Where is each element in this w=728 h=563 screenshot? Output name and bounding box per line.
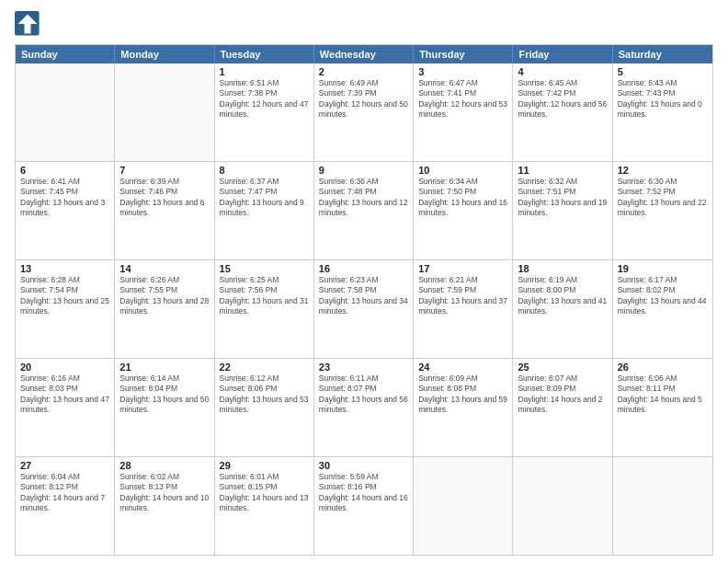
calendar-day-13: 13Sunrise: 6:28 AM Sunset: 7:54 PM Dayli…: [16, 260, 115, 358]
day-number: 17: [418, 263, 507, 274]
day-number: 9: [319, 165, 408, 176]
calendar-day-25: 25Sunrise: 6:07 AM Sunset: 8:09 PM Dayli…: [513, 359, 612, 456]
calendar-day-22: 22Sunrise: 6:12 AM Sunset: 8:06 PM Dayli…: [215, 359, 314, 456]
day-info: Sunrise: 6:04 AM Sunset: 8:12 PM Dayligh…: [20, 472, 109, 514]
calendar-empty-cell: [115, 63, 214, 161]
calendar-day-12: 12Sunrise: 6:30 AM Sunset: 7:52 PM Dayli…: [613, 162, 712, 259]
day-info: Sunrise: 6:25 AM Sunset: 7:56 PM Dayligh…: [220, 275, 309, 317]
day-number: 20: [20, 362, 109, 373]
day-info: Sunrise: 6:45 AM Sunset: 7:42 PM Dayligh…: [518, 78, 607, 121]
day-number: 23: [319, 362, 408, 373]
calendar-day-20: 20Sunrise: 6:16 AM Sunset: 8:03 PM Dayli…: [16, 359, 115, 456]
day-info: Sunrise: 6:21 AM Sunset: 7:59 PM Dayligh…: [418, 275, 507, 317]
calendar-day-11: 11Sunrise: 6:32 AM Sunset: 7:51 PM Dayli…: [513, 162, 612, 259]
day-info: Sunrise: 6:02 AM Sunset: 8:13 PM Dayligh…: [119, 472, 209, 514]
calendar-day-23: 23Sunrise: 6:11 AM Sunset: 8:07 PM Dayli…: [314, 359, 414, 456]
calendar-body: 1Sunrise: 6:51 AM Sunset: 7:38 PM Daylig…: [16, 63, 712, 555]
day-number: 22: [220, 362, 309, 373]
calendar-day-28: 28Sunrise: 6:02 AM Sunset: 8:13 PM Dayli…: [115, 457, 214, 555]
calendar-day-4: 4Sunrise: 6:45 AM Sunset: 7:42 PM Daylig…: [513, 63, 612, 161]
calendar-empty-cell: [414, 457, 513, 555]
calendar-week-2: 6Sunrise: 6:41 AM Sunset: 7:45 PM Daylig…: [16, 161, 712, 259]
day-info: Sunrise: 6:11 AM Sunset: 8:07 PM Dayligh…: [319, 373, 408, 416]
calendar-day-21: 21Sunrise: 6:14 AM Sunset: 8:04 PM Dayli…: [115, 359, 214, 456]
calendar-day-30: 30Sunrise: 5:59 AM Sunset: 8:16 PM Dayli…: [314, 457, 414, 555]
day-number: 1: [220, 66, 309, 77]
day-info: Sunrise: 6:28 AM Sunset: 7:54 PM Dayligh…: [20, 275, 109, 317]
calendar-empty-cell: [513, 457, 612, 555]
header-day-friday: Friday: [513, 45, 612, 63]
day-number: 28: [119, 460, 209, 471]
day-info: Sunrise: 6:39 AM Sunset: 7:46 PM Dayligh…: [119, 177, 209, 219]
calendar-week-1: 1Sunrise: 6:51 AM Sunset: 7:38 PM Daylig…: [16, 63, 712, 161]
calendar-day-1: 1Sunrise: 6:51 AM Sunset: 7:38 PM Daylig…: [215, 63, 314, 161]
day-info: Sunrise: 6:51 AM Sunset: 7:38 PM Dayligh…: [220, 78, 309, 121]
day-info: Sunrise: 6:12 AM Sunset: 8:06 PM Dayligh…: [220, 373, 309, 416]
calendar-day-19: 19Sunrise: 6:17 AM Sunset: 8:02 PM Dayli…: [613, 260, 712, 358]
day-number: 27: [20, 460, 109, 471]
day-number: 12: [618, 165, 708, 176]
day-number: 21: [119, 362, 209, 373]
day-number: 11: [518, 165, 607, 176]
calendar-day-7: 7Sunrise: 6:39 AM Sunset: 7:46 PM Daylig…: [115, 162, 214, 259]
day-number: 16: [319, 263, 408, 274]
logo: [15, 11, 44, 37]
day-number: 14: [119, 263, 209, 274]
day-number: 5: [618, 66, 708, 77]
day-info: Sunrise: 6:17 AM Sunset: 8:02 PM Dayligh…: [618, 275, 708, 317]
calendar-day-29: 29Sunrise: 6:01 AM Sunset: 8:15 PM Dayli…: [215, 457, 314, 555]
day-info: Sunrise: 6:19 AM Sunset: 8:00 PM Dayligh…: [518, 275, 607, 317]
day-info: Sunrise: 5:59 AM Sunset: 8:16 PM Dayligh…: [319, 472, 408, 514]
calendar-day-6: 6Sunrise: 6:41 AM Sunset: 7:45 PM Daylig…: [16, 162, 115, 259]
day-info: Sunrise: 6:36 AM Sunset: 7:48 PM Dayligh…: [319, 177, 408, 219]
header-day-wednesday: Wednesday: [314, 45, 414, 63]
header-day-monday: Monday: [115, 45, 214, 63]
day-number: 29: [220, 460, 309, 471]
calendar-day-2: 2Sunrise: 6:49 AM Sunset: 7:39 PM Daylig…: [314, 63, 414, 161]
calendar-day-16: 16Sunrise: 6:23 AM Sunset: 7:58 PM Dayli…: [314, 260, 414, 358]
calendar-day-18: 18Sunrise: 6:19 AM Sunset: 8:00 PM Dayli…: [513, 260, 612, 358]
calendar-week-5: 27Sunrise: 6:04 AM Sunset: 8:12 PM Dayli…: [16, 456, 712, 555]
day-number: 2: [319, 66, 408, 77]
header-day-sunday: Sunday: [16, 45, 115, 63]
header-day-saturday: Saturday: [613, 45, 712, 63]
day-number: 7: [119, 165, 209, 176]
calendar-day-15: 15Sunrise: 6:25 AM Sunset: 7:56 PM Dayli…: [215, 260, 314, 358]
day-info: Sunrise: 6:14 AM Sunset: 8:04 PM Dayligh…: [119, 373, 209, 416]
day-info: Sunrise: 6:16 AM Sunset: 8:03 PM Dayligh…: [20, 373, 109, 416]
day-number: 8: [220, 165, 309, 176]
calendar-week-3: 13Sunrise: 6:28 AM Sunset: 7:54 PM Dayli…: [16, 259, 712, 358]
day-info: Sunrise: 6:41 AM Sunset: 7:45 PM Dayligh…: [20, 177, 109, 219]
calendar: SundayMondayTuesdayWednesdayThursdayFrid…: [15, 44, 713, 556]
calendar-day-17: 17Sunrise: 6:21 AM Sunset: 7:59 PM Dayli…: [414, 260, 513, 358]
day-number: 26: [618, 362, 708, 373]
day-info: Sunrise: 6:37 AM Sunset: 7:47 PM Dayligh…: [220, 177, 309, 219]
calendar-empty-cell: [16, 63, 115, 161]
day-number: 10: [418, 165, 507, 176]
day-number: 18: [518, 263, 607, 274]
day-number: 30: [319, 460, 408, 471]
day-info: Sunrise: 6:32 AM Sunset: 7:51 PM Dayligh…: [518, 177, 607, 219]
day-number: 6: [20, 165, 109, 176]
day-info: Sunrise: 6:01 AM Sunset: 8:15 PM Dayligh…: [220, 472, 309, 514]
calendar-empty-cell: [613, 457, 712, 555]
day-info: Sunrise: 6:26 AM Sunset: 7:55 PM Dayligh…: [119, 275, 209, 317]
day-info: Sunrise: 6:34 AM Sunset: 7:50 PM Dayligh…: [418, 177, 507, 219]
day-info: Sunrise: 6:09 AM Sunset: 8:08 PM Dayligh…: [418, 373, 507, 416]
day-info: Sunrise: 6:06 AM Sunset: 8:11 PM Dayligh…: [618, 373, 708, 416]
day-info: Sunrise: 6:07 AM Sunset: 8:09 PM Dayligh…: [518, 373, 607, 416]
calendar-day-8: 8Sunrise: 6:37 AM Sunset: 7:47 PM Daylig…: [215, 162, 314, 259]
calendar-day-26: 26Sunrise: 6:06 AM Sunset: 8:11 PM Dayli…: [613, 359, 712, 456]
calendar-day-9: 9Sunrise: 6:36 AM Sunset: 7:48 PM Daylig…: [314, 162, 414, 259]
header: [15, 11, 713, 37]
day-number: 24: [418, 362, 507, 373]
calendar-day-27: 27Sunrise: 6:04 AM Sunset: 8:12 PM Dayli…: [16, 457, 115, 555]
day-number: 15: [220, 263, 309, 274]
header-day-thursday: Thursday: [414, 45, 513, 63]
calendar-day-3: 3Sunrise: 6:47 AM Sunset: 7:41 PM Daylig…: [414, 63, 513, 161]
day-number: 13: [20, 263, 109, 274]
day-info: Sunrise: 6:23 AM Sunset: 7:58 PM Dayligh…: [319, 275, 408, 317]
calendar-header: SundayMondayTuesdayWednesdayThursdayFrid…: [16, 45, 712, 63]
logo-icon: [15, 11, 40, 37]
day-info: Sunrise: 6:49 AM Sunset: 7:39 PM Dayligh…: [319, 78, 408, 121]
